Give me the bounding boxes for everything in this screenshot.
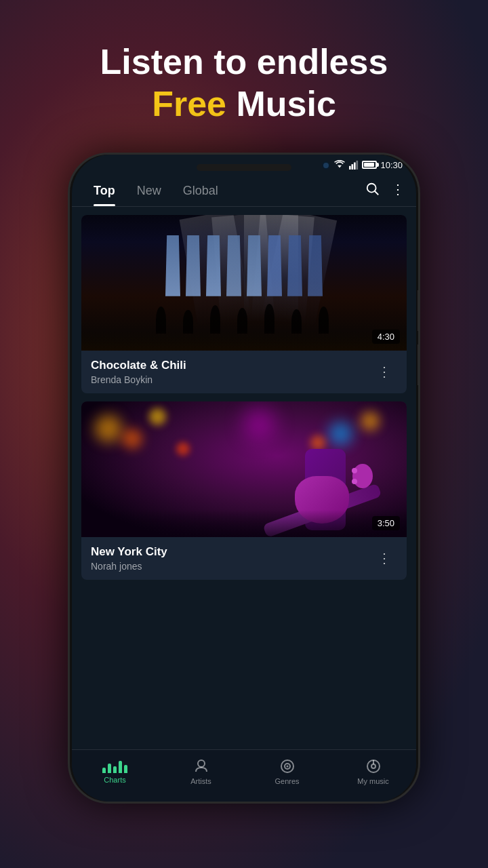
song-card-2: 3:50 New York City Norah jones ⋮ (81, 401, 407, 580)
concert-image-1 (81, 215, 407, 351)
nav-item-genres[interactable]: Genres (244, 755, 330, 788)
svg-point-7 (352, 464, 373, 488)
nav-label-charts: Charts (104, 776, 125, 784)
search-icon[interactable] (365, 182, 380, 197)
nav-item-artists[interactable]: Artists (158, 755, 244, 788)
mymusic-icon (365, 758, 382, 774)
phone-camera (322, 161, 330, 170)
svg-point-13 (286, 765, 288, 767)
svg-rect-3 (354, 163, 356, 170)
battery-icon (362, 161, 377, 169)
tab-top[interactable]: Top (83, 178, 126, 206)
svg-line-6 (375, 191, 379, 195)
svg-point-15 (371, 764, 375, 768)
song-info-2: New York City Norah jones ⋮ (81, 537, 407, 580)
phone-frame: 10:30 Top New Global (68, 153, 420, 804)
song-more-button-2[interactable]: ⋮ (372, 547, 397, 569)
artists-icon (193, 758, 209, 774)
nav-label-genres: Genres (274, 777, 299, 785)
song-artist-2: Norah jones (91, 561, 372, 572)
song-thumbnail-2: 3:50 (81, 401, 407, 537)
svg-point-8 (352, 468, 357, 473)
duration-badge-2: 3:50 (372, 516, 400, 530)
hero-free-word: Free (152, 84, 226, 123)
phone-screen: 10:30 Top New Global (72, 155, 416, 802)
more-icon[interactable]: ⋮ (391, 181, 405, 197)
status-time: 10:30 (380, 160, 403, 170)
phone-mockup: 10:30 Top New Global (68, 153, 420, 804)
duration-badge-1: 4:30 (372, 330, 400, 344)
phone-volume-button (418, 290, 420, 331)
tab-actions: ⋮ (365, 181, 405, 203)
bottom-navigation: Charts Artists Genres (72, 749, 416, 802)
song-text-1: Chocolate & Chili Brenda Boykin (91, 359, 372, 385)
hero-line1: Listen to endless (100, 41, 388, 83)
song-info-1: Chocolate & Chili Brenda Boykin ⋮ (81, 351, 407, 393)
tab-global[interactable]: Global (172, 178, 229, 206)
svg-rect-2 (352, 164, 354, 170)
song-title-2: New York City (91, 545, 372, 559)
phone-notch (197, 164, 291, 171)
hero-line2: Music (236, 84, 336, 123)
tab-new[interactable]: New (126, 178, 172, 206)
genres-icon (279, 758, 296, 774)
song-card-1: 4:30 Chocolate & Chili Brenda Boykin ⋮ (81, 215, 407, 393)
svg-rect-4 (357, 161, 359, 170)
content-area: 4:30 Chocolate & Chili Brenda Boykin ⋮ (72, 207, 416, 749)
phone-power-button (418, 344, 420, 385)
status-icons: 10:30 (333, 160, 403, 170)
tab-navigation: Top New Global ⋮ (72, 173, 416, 207)
svg-marker-0 (338, 165, 342, 168)
signal-icon (349, 160, 359, 170)
led-panels (165, 235, 323, 296)
hero-section: Listen to endless Free Music (87, 0, 402, 146)
svg-point-5 (367, 184, 376, 193)
song-artist-1: Brenda Boykin (91, 374, 372, 385)
concert-image-2 (81, 401, 407, 537)
svg-point-9 (352, 479, 357, 484)
nav-label-artists: Artists (190, 777, 211, 785)
nav-item-charts[interactable]: Charts (72, 755, 158, 788)
song-title-1: Chocolate & Chili (91, 359, 372, 372)
charts-icon (102, 758, 127, 773)
song-text-2: New York City Norah jones (91, 545, 372, 572)
song-thumbnail-1: 4:30 (81, 215, 407, 351)
svg-point-10 (198, 760, 205, 767)
nav-label-mymusic: My music (357, 777, 388, 785)
wifi-icon (333, 160, 346, 170)
svg-rect-1 (349, 166, 351, 170)
song-more-button-1[interactable]: ⋮ (372, 361, 397, 382)
nav-item-mymusic[interactable]: My music (330, 755, 416, 788)
